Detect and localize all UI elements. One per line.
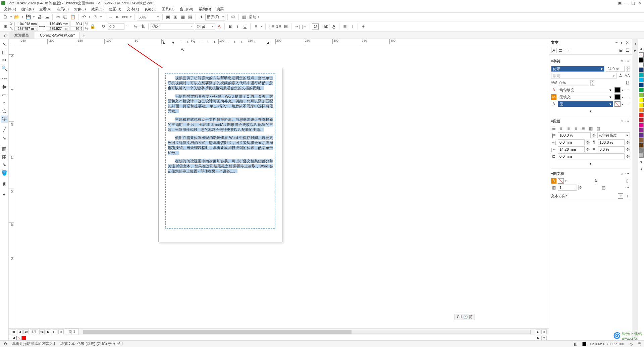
docker-more-icon[interactable]: ⋯ [614,40,619,45]
ime-indicator[interactable]: CH 🕐 简 [454,314,475,320]
dropcap-icon[interactable]: A̲ [330,23,337,30]
italic-icon[interactable]: I [234,23,241,30]
grid-icon[interactable]: ⊞ [172,14,179,20]
x-input[interactable] [14,22,38,26]
docker-close-icon[interactable]: ✕ [625,40,630,45]
pagenav-next-icon[interactable]: ▶ [46,330,51,334]
palette-swatch[interactable] [639,78,644,82]
text-options-icon[interactable]: ☰ [625,48,630,53]
palette-swatch[interactable] [639,57,644,62]
eyedropper-icon[interactable]: ✎ [1,161,8,168]
text-direction-h-icon[interactable]: ≣ [341,23,348,30]
palette-swatch[interactable] [639,128,644,133]
fullscreen-icon[interactable]: ▣ [165,14,171,20]
space-before-input[interactable] [598,146,625,152]
no-color-swatch[interactable] [639,52,644,57]
palette-swatch[interactable] [639,138,644,143]
text-tool-icon[interactable]: 字 [1,115,8,123]
palette-up-icon[interactable]: ▴ [639,46,644,51]
scale-y-input[interactable] [70,27,84,31]
size-down-icon[interactable]: ▾ [626,69,630,71]
open-icon[interactable]: 📂 [13,14,20,20]
section-help-icon[interactable]: ⋯ [625,171,630,176]
bp-expand-icon[interactable]: ▾ [541,336,547,340]
spin-up[interactable]: ▴ [626,147,630,149]
para-panel-tab-icon[interactable]: ≣ [558,48,563,53]
section-paragraph[interactable]: ▾ 段落○⋯ [551,117,630,125]
menu-view[interactable]: 查看(V) [37,6,54,12]
palette-swatch[interactable] [639,83,644,87]
save-dd[interactable]: ▾ [32,14,36,20]
menu-file[interactable]: 文件(F) [1,6,19,12]
kerning-input[interactable] [558,80,589,86]
guides-icon[interactable]: ▦ [179,14,186,20]
outline-color-swatch[interactable] [614,94,621,100]
script-icon[interactable]: Ǎ [618,73,623,79]
tab-welcome[interactable]: 欢迎屏幕 [9,32,34,39]
spin-down[interactable]: ▾ [592,135,596,138]
outline-indicator-icon[interactable]: ◇ [628,341,634,347]
home-tab-icon[interactable]: ⌂ [1,32,9,39]
bg-mode-combo[interactable]: 无▾ [558,101,613,107]
cloud-icon[interactable]: ☁ [44,14,50,20]
menu-object[interactable]: 对象(J) [71,6,89,12]
hscroll-thumb[interactable] [84,330,352,334]
font-combo[interactable]: 仿宋▾ [151,23,194,30]
tab-add-button[interactable]: + [80,33,87,39]
new-doc-icon[interactable]: 🗋 [2,14,9,20]
palette-swatch[interactable] [639,133,644,138]
zoom-combo[interactable]: 58%▾ [137,14,160,20]
palette-swatch[interactable] [639,62,644,67]
menu-help[interactable]: 帮助(H) [196,6,214,12]
cut-icon[interactable]: ✂ [55,14,61,20]
fill-more-icon[interactable]: ⋯ [625,87,630,93]
palette-swatch[interactable] [639,67,644,72]
pagenav-last-icon[interactable]: ⏭ [52,330,57,334]
opentype-icon[interactable]: O [312,23,319,30]
fill-tool-icon[interactable]: 🪣 [1,169,8,177]
rulers-icon[interactable]: ▤ [187,14,194,20]
menu-table[interactable]: 表格(T) [142,6,159,12]
palette-down-icon[interactable]: ▾ [639,159,644,165]
maximize-button[interactable]: ▢ [630,1,636,5]
space-after-input[interactable] [558,153,625,159]
shadow-tool-icon[interactable]: ▨ [1,145,8,152]
underline-icon[interactable]: U [241,23,248,30]
spin-down[interactable]: ▾ [578,188,582,190]
pagenav-add-icon[interactable]: ⊕ [58,330,64,334]
bg-color-swatch[interactable] [614,101,621,107]
text-direction-v-icon[interactable]: ⦀ [349,23,356,30]
outline-mode-combo[interactable]: 无填充▾ [558,94,613,100]
align-left-panel-icon[interactable]: ≡ [558,126,564,131]
section-character[interactable]: ▾ 字符○⋯ [551,57,630,65]
align-force-panel-icon[interactable]: ▤ [595,126,601,131]
palette-swatch[interactable] [639,143,644,148]
fill-color-swatch[interactable] [614,87,621,93]
page-tab-1[interactable]: 页 1 [65,329,79,335]
columns-more-icon[interactable]: ⋯ [625,185,630,190]
snap-icon[interactable]: ✦ [198,14,205,20]
section-expand-icon[interactable]: ▾ [551,160,630,167]
rectangle-tool-icon[interactable]: ▭ [1,91,8,99]
section-frame[interactable]: ▾ 图文框○⋯ [551,170,630,177]
flip-v-icon[interactable]: ⇅ [140,23,146,30]
redo-icon[interactable]: ↷ [92,14,99,20]
open-dd[interactable]: ▾ [21,14,24,20]
paste-icon[interactable]: 📋 [69,14,76,20]
fill-indicator-icon[interactable]: ◧ [573,341,578,347]
palette-swatch[interactable] [639,123,644,128]
frame-panel-tab-icon[interactable]: ▭ [565,48,570,53]
redo-dd[interactable]: ▾ [99,14,103,20]
hscroll-right-icon[interactable]: ▶ [535,330,540,334]
fill-mode-combo[interactable]: 均匀填充▾ [558,87,613,93]
import-text-icon[interactable]: ▣ [618,48,623,53]
direction-h-icon[interactable]: ≡ [618,193,623,199]
ellipse-tool-icon[interactable]: ○ [1,99,8,107]
nav-pan-icon[interactable]: ⊕ [541,330,547,334]
palette-swatch[interactable] [639,72,644,77]
menu-edit[interactable]: 编辑(E) [19,6,37,12]
panel-size-combo[interactable]: 24.0 pt [606,66,625,72]
text-frame[interactable]: 视频提供了功能强大的方法帮助您证明您的观点。当您单击联机视频时，可以在想要添加的… [165,73,275,229]
transparency-icon[interactable]: ▦ [1,153,8,160]
rotation-input[interactable] [108,23,124,30]
